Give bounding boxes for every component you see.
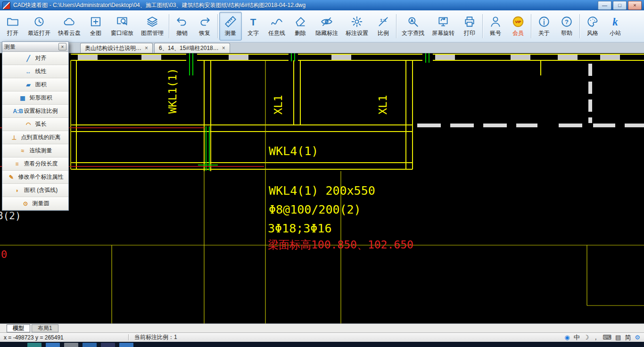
toolbar-button-undo[interactable]: 撤销 (171, 12, 193, 41)
toolbar-button-annotation-settings[interactable]: 标注设置 (342, 12, 372, 41)
ime-punct-icon[interactable]: ， (593, 333, 599, 342)
taskbar-app-icon[interactable] (83, 343, 97, 347)
toolbar-button-measure[interactable]: 测量 (219, 12, 242, 41)
vip-badge-icon: VIP (512, 15, 524, 29)
measure-item-align-measure[interactable]: ╱对齐 (2, 52, 68, 65)
drawing-canvas[interactable]: WKL1(1)XL1XL1WKL4(1)WKL4(1) 200x550Φ8@10… (0, 53, 644, 323)
measure-item-label: 面积 (35, 81, 47, 89)
toolbar-button-station[interactable]: k小站 (604, 12, 627, 41)
toolbar-button-account[interactable]: 账号 (484, 12, 507, 41)
toolbar-button-about[interactable]: 关于 (533, 12, 555, 41)
toolbar-button-delete[interactable]: 删除 (289, 12, 312, 41)
measure-item-area-with-arc[interactable]: ◗面积 (含弧线) (2, 184, 68, 197)
toolbar-button-redo[interactable]: 恢复 (193, 12, 216, 41)
ime-keyboard-icon[interactable]: ⌨ (603, 333, 611, 342)
measure-item-rect-area[interactable]: ▦矩形面积 (2, 91, 68, 105)
measure-item-label: 修改单个标注属性 (18, 173, 64, 181)
document-tab[interactable]: 6、14、15#墙柱2018…× (154, 43, 230, 53)
account-icon (489, 15, 502, 29)
toolbar-button-print[interactable]: 打印 (458, 12, 481, 41)
ime-lang-indicator[interactable]: 中 (574, 333, 580, 342)
close-button[interactable]: × (628, 1, 642, 10)
toolbar-button-style[interactable]: 风格 (581, 12, 604, 41)
segment-length-icon: ≡ (13, 161, 21, 167)
taskbar-app-icon[interactable] (64, 343, 78, 347)
app-logo-icon (2, 1, 10, 9)
annotation-scale-label: 当前标注比例：1 (134, 333, 177, 341)
toolbar-separator (169, 14, 169, 38)
toolbar-button-window-zoom[interactable]: 窗口缩放 (107, 12, 137, 41)
ime-fullhalf-icon[interactable]: ☽ (584, 333, 589, 342)
toolbar-button-label: 比例 (378, 29, 389, 37)
toolbar-button-layer-manager[interactable]: 图层管理 (137, 12, 167, 41)
toolbar-button-label: 帮助 (561, 29, 572, 37)
measure-item-area-measure[interactable]: ▰面积 (2, 78, 68, 91)
measure-item-label: 线性 (35, 67, 47, 75)
toolbar-button-screen-rotate[interactable]: 屏幕旋转 (428, 12, 458, 41)
toolbar-separator (482, 14, 483, 38)
toolbar-button-help[interactable]: ?帮助 (555, 12, 578, 41)
toolbar-separator (579, 14, 580, 38)
measure-item-label: 面积 (含弧线) (24, 186, 58, 194)
toolbar-button-recent[interactable]: 最近打开 (24, 12, 54, 41)
scale-ratio-icon: 1:1 (377, 15, 389, 29)
ime-clipboard-icon[interactable]: ▤ (615, 333, 621, 342)
undo-icon (176, 15, 188, 29)
layers-icon (146, 15, 158, 29)
text-search-icon (407, 15, 419, 29)
svg-text:?: ? (565, 18, 569, 25)
measure-panel-close-button[interactable]: × (58, 43, 66, 50)
layout-tab-1[interactable]: 布局1 (32, 324, 58, 332)
toolbar-button-label: 会员 (512, 29, 524, 37)
measure-item-segment-length[interactable]: ≡查看分段长度 (2, 157, 68, 171)
windows-taskbar[interactable] (0, 342, 644, 347)
measure-item-edit-annotation[interactable]: ✎修改单个标注属性 (2, 171, 68, 184)
toolbar-button-cloud[interactable]: 快看云盘 (54, 12, 84, 41)
toolbar-button-label: 快看云盘 (58, 29, 81, 37)
measure-item-point-to-line[interactable]: ⊥点到直线的距离 (2, 131, 68, 144)
taskbar-app-icon[interactable] (46, 343, 60, 347)
cad-label: 0 (1, 248, 7, 260)
ime-logo-icon[interactable]: ◉ (564, 333, 570, 342)
measure-item-arc-length[interactable]: ◠弧长 (2, 118, 68, 131)
window-zoom-icon (116, 15, 128, 29)
toolbar-button-scale[interactable]: 1:1比例 (372, 12, 395, 41)
screen-rotate-icon (437, 15, 449, 29)
measure-item-annotation-scale[interactable]: A:B设置标注比例 (2, 105, 68, 118)
about-icon (538, 15, 550, 29)
measure-panel-titlebar[interactable]: 测量 × (2, 42, 68, 52)
measure-item-label: 点到直线的距离 (21, 133, 61, 141)
toolbar-button-label: 恢复 (199, 29, 210, 37)
toolbar-button-vip[interactable]: VIP会员 (507, 12, 529, 41)
cursor-coordinates: x = -498723 y = 265491 (4, 334, 123, 341)
toolbar-button-open[interactable]: 打开 (1, 12, 24, 41)
title-bar[interactable]: CAD快速看图 - C:\Users\Administrator\Desktop… (0, 0, 644, 10)
layout-tab-0[interactable]: 模型 (7, 324, 30, 332)
measure-panel-title: 测量 (4, 43, 16, 51)
tab-close-icon[interactable]: × (222, 45, 225, 51)
ime-settings-gear-icon[interactable]: ⚙ (635, 333, 640, 342)
edit-annotation-icon: ✎ (8, 174, 16, 181)
measure-item-continuous-measure[interactable]: ≈连续测量 (2, 144, 68, 157)
minimize-button[interactable]: — (598, 1, 611, 10)
toolbar-button-full-view[interactable]: 全图 (84, 12, 107, 41)
toolbar-button-text[interactable]: T文字 (242, 12, 264, 41)
arc-length-icon: ◠ (25, 121, 33, 128)
toolbar-button-hide-annotation[interactable]: 隐藏标注 (312, 12, 342, 41)
tab-close-icon[interactable]: × (145, 45, 148, 51)
document-tab[interactable]: 奥山结构设计总说明…× (80, 43, 153, 53)
measure-item-measure-circle[interactable]: ⊙测量圆 (2, 197, 68, 210)
toolbar-button-text-search[interactable]: 文字查找 (398, 12, 428, 41)
maximize-button[interactable]: □ (613, 1, 627, 10)
ime-simplified-indicator[interactable]: 简 (625, 333, 631, 342)
toolbar-button-free-line[interactable]: 任意线 (264, 12, 289, 41)
measure-panel-items: ╱对齐↔线性▰面积▦矩形面积A:B设置标注比例◠弧长⊥点到直线的距离≈连续测量≡… (2, 52, 68, 210)
toolbar-button-label: 文字查找 (402, 29, 424, 37)
toolbar-button-label: 隐藏标注 (315, 29, 338, 37)
taskbar-app-icon[interactable] (27, 343, 41, 347)
toolbar-button-label: 屏幕旋转 (432, 29, 454, 37)
taskbar-app-icon[interactable] (119, 343, 133, 347)
toolbar-button-label: 打印 (464, 29, 475, 37)
measure-item-linear-measure[interactable]: ↔线性 (2, 65, 68, 78)
taskbar-app-icon[interactable] (101, 343, 115, 347)
